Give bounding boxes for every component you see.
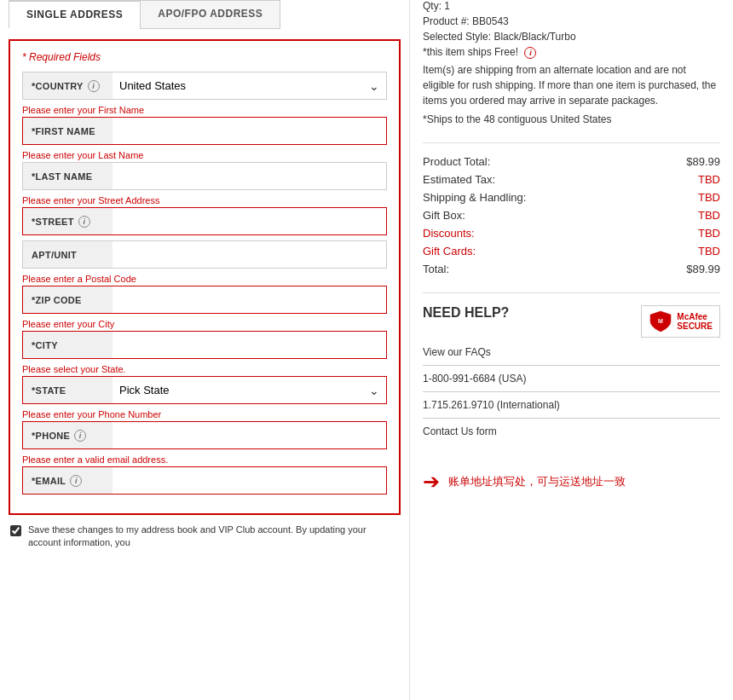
product-total-label: Product Total: [423, 155, 490, 168]
phone-input[interactable] [113, 422, 386, 448]
gift-cards-label: Gift Cards: [423, 245, 476, 257]
state-field-row: *STATE Pick State ⌄ [22, 376, 387, 404]
last-name-input[interactable] [113, 163, 386, 189]
phone-field-row: *PHONE i [22, 421, 387, 449]
faqs-link[interactable]: View our FAQs [423, 346, 720, 366]
phone-usa-link[interactable]: 1-800-991-6684 (USA) [423, 373, 720, 392]
discounts-label: Discounts: [423, 227, 475, 240]
annotation-arrow-icon: ➔ [423, 470, 440, 494]
phone-validation: Please enter your Phone Number [22, 409, 387, 419]
tax-row: Estimated Tax: TBD [423, 173, 720, 186]
ships-note-text: *Ships to the 48 contiguous United State… [423, 112, 720, 127]
address-tabs: SINGLE ADDRESS APO/FPO ADDRESS [9, 0, 401, 29]
save-row: Save these changes to my address book an… [9, 524, 401, 550]
mcafee-shield-icon: M [649, 310, 672, 333]
country-field-row: *COUNTRY i United States ⌄ [22, 72, 387, 100]
product-qty: Qty: 1 [423, 0, 720, 12]
first-name-validation: Please enter your First Name [22, 105, 387, 115]
shipping-row: Shipping & Handling: TBD [423, 191, 720, 204]
tab-single-address[interactable]: SINGLE ADDRESS [9, 0, 140, 29]
country-select-wrapper: United States ⌄ [113, 72, 386, 99]
gift-box-row: Gift Box: TBD [423, 209, 720, 222]
country-select[interactable]: United States [113, 72, 386, 99]
city-validation: Please enter your City [22, 319, 387, 329]
need-help-header: NEED HELP? M McAfee SECURE [423, 305, 720, 338]
last-name-validation: Please enter your Last Name [22, 150, 387, 160]
gift-box-label: Gift Box: [423, 209, 465, 222]
product-total-row: Product Total: $89.99 [423, 155, 720, 168]
product-number: Product #: BB0543 [423, 15, 720, 27]
mcafee-badge: M McAfee SECURE [641, 305, 720, 338]
state-label: *STATE [23, 377, 113, 403]
need-help-section: NEED HELP? M McAfee SECURE View our FAQs… [423, 305, 720, 444]
shipping-label: Shipping & Handling: [423, 191, 526, 204]
product-style: Selected Style: Black/Black/Turbo [423, 31, 720, 43]
email-info-icon[interactable]: i [70, 475, 82, 487]
product-info: Qty: 1 Product #: BB0543 Selected Style:… [423, 0, 720, 143]
annotation-row: ➔ 账单地址填写处，可与运送地址一致 [423, 470, 720, 494]
street-validation: Please enter your Street Address [22, 195, 387, 205]
country-info-icon[interactable]: i [88, 80, 100, 92]
phone-label: *PHONE i [23, 422, 113, 448]
first-name-field-row: *FIRST NAME [22, 117, 387, 145]
street-field-row: *STREET i [22, 207, 387, 235]
tax-label: Estimated Tax: [423, 173, 495, 186]
zip-label: *ZIP CODE [23, 286, 113, 313]
tax-value: TBD [698, 173, 720, 186]
city-field-row: *CITY [22, 331, 387, 359]
contact-link[interactable]: Contact Us form [423, 425, 720, 444]
total-label: Total: [423, 263, 449, 275]
save-checkbox[interactable] [10, 525, 21, 536]
apt-input[interactable] [113, 241, 386, 268]
email-validation: Please enter a valid email address. [22, 454, 387, 465]
first-name-input[interactable] [113, 118, 386, 144]
zip-validation: Please enter a Postal Code [22, 274, 387, 284]
state-select-wrapper: Pick State ⌄ [113, 377, 386, 403]
gift-cards-row: Gift Cards: TBD [423, 245, 720, 257]
zip-field-row: *ZIP CODE [22, 286, 387, 314]
city-label: *CITY [23, 332, 113, 358]
email-input[interactable] [113, 467, 386, 494]
tab-apo-fpo-address[interactable]: APO/FPO ADDRESS [140, 0, 280, 29]
apt-label: APT/UNIT [23, 241, 113, 268]
gift-cards-value: TBD [698, 245, 720, 257]
country-label: *COUNTRY i [23, 72, 113, 99]
city-input[interactable] [113, 332, 386, 358]
discounts-value: TBD [698, 227, 720, 240]
state-select[interactable]: Pick State [113, 377, 386, 403]
last-name-label: *LAST NAME [23, 163, 113, 189]
required-fields-label: * Required Fields [22, 51, 387, 63]
email-field-row: *EMAIL i [22, 466, 387, 495]
first-name-label: *FIRST NAME [23, 118, 113, 144]
street-info-icon[interactable]: i [78, 216, 90, 228]
free-shipping-info-icon[interactable]: i [524, 47, 536, 59]
alternate-location-text: Item(s) are shipping from an alternate l… [423, 62, 720, 108]
free-shipping-label: *this item ships Free! i [423, 46, 720, 59]
mcafee-text: McAfee SECURE [677, 312, 713, 331]
shipping-form: * Required Fields *COUNTRY i United Stat… [9, 39, 401, 515]
street-input[interactable] [113, 208, 386, 234]
email-label: *EMAIL i [23, 467, 113, 494]
svg-text:M: M [658, 318, 663, 324]
gift-box-value: TBD [698, 209, 720, 222]
zip-input[interactable] [113, 286, 386, 313]
discounts-row: Discounts: TBD [423, 227, 720, 240]
shipping-value: TBD [698, 191, 720, 204]
state-validation: Please select your State. [22, 364, 387, 374]
street-label: *STREET i [23, 208, 113, 234]
total-value: $89.99 [686, 263, 720, 275]
product-total-value: $89.99 [686, 155, 720, 168]
phone-info-icon[interactable]: i [74, 430, 86, 442]
total-row: Total: $89.99 [423, 263, 720, 275]
last-name-field-row: *LAST NAME [22, 162, 387, 190]
save-text: Save these changes to my address book an… [28, 524, 399, 550]
order-summary: Product Total: $89.99 Estimated Tax: TBD… [423, 155, 720, 293]
need-help-title: NEED HELP? [423, 305, 509, 321]
phone-intl-link[interactable]: 1.715.261.9710 (International) [423, 399, 720, 419]
annotation-text: 账单地址填写处，可与运送地址一致 [448, 474, 626, 489]
apt-field-row: APT/UNIT [22, 240, 387, 269]
